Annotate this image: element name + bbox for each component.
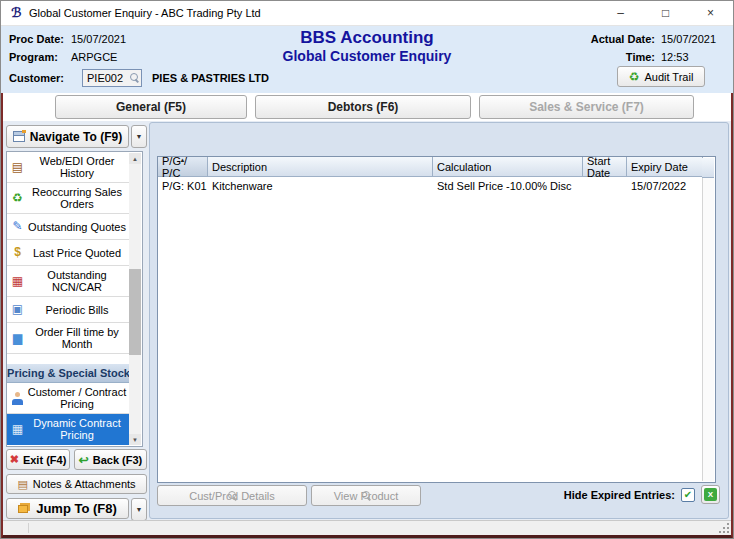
jump-to-dropdown-button[interactable]: ▼ (131, 498, 147, 521)
scroll-down-icon[interactable]: ▼ (129, 434, 141, 445)
table-header-row: P/G / P/C▲DescriptionCalculationStart Da… (158, 157, 715, 177)
nav-spacer (7, 354, 130, 364)
sidebar-item-label: Reoccurring Sales Orders (26, 184, 128, 212)
hide-expired-label: Hide Expired Entries: (564, 489, 675, 501)
title-bar: ℬ Global Customer Enquiry - ABC Trading … (1, 1, 733, 25)
hide-expired-checkbox[interactable]: ✔ (681, 488, 695, 502)
jump-to-button[interactable]: Jump To (F8) (6, 498, 129, 519)
calc-icon: ▦ (9, 423, 26, 436)
column-header-calculation[interactable]: Calculation (433, 157, 583, 177)
jump-to-label: Jump To (F8) (36, 501, 117, 516)
close-button[interactable]: × (688, 1, 733, 25)
audit-trail-button[interactable]: ♻ Audit Trail (617, 66, 705, 87)
navigate-to-label: Navigate To (F9) (30, 130, 122, 144)
time-value: 12:53 (661, 48, 723, 66)
customer-name: PIES & PASTRIES LTD (152, 72, 269, 84)
time-label: Time: (626, 48, 655, 66)
recycle2-icon: ♻ (9, 192, 26, 205)
maximize-button[interactable]: □ (643, 1, 688, 25)
notes-label: Notes & Attachments (33, 478, 136, 490)
chart-icon: ▆ (9, 332, 26, 345)
header: Proc Date: 15/07/2021 Program: ARPGCE BB… (1, 25, 733, 93)
sidebar-scrollbar[interactable]: ▲ ▼ (129, 153, 141, 445)
status-bar (3, 520, 731, 535)
back-arrow-icon: ↩ (79, 453, 89, 467)
resize-grip-icon[interactable] (719, 523, 729, 533)
status-divider (28, 523, 29, 533)
scrollbar-thumb[interactable] (129, 269, 141, 355)
view-product-button: View Product (311, 485, 421, 506)
column-header-start-date[interactable]: Start Date (583, 157, 627, 177)
bills-icon: ▣ (9, 303, 26, 316)
search-icon[interactable] (130, 73, 139, 82)
sidebar-item-label: Customer / Contract Pricing (26, 384, 128, 412)
nav-section-pricing-special-stock: Pricing & Special Stock (7, 364, 130, 383)
tabs-row: General (F5)Debtors (F6)Sales & Service … (3, 93, 731, 121)
tab-debtors-f6[interactable]: Debtors (F6) (255, 95, 471, 119)
export-excel-button[interactable]: X (701, 485, 720, 504)
pricing-table: P/G / P/C▲DescriptionCalculationStart Da… (157, 156, 716, 483)
folders-icon (18, 505, 28, 513)
recycle-icon: ♻ (629, 71, 640, 83)
sidebar-item-web-edi-order-history[interactable]: ▤Web/EDI Order History (7, 152, 130, 183)
clipboard-icon: ▤ (17, 478, 27, 491)
exit-button[interactable]: ✖ Exit (F4) (6, 449, 70, 470)
sidebar-item-label: Periodic Bills (26, 302, 128, 318)
table-cell (583, 177, 627, 194)
column-header-expiry-date[interactable]: Expiry Date (627, 157, 703, 177)
tab-general-f5[interactable]: General (F5) (55, 95, 247, 119)
excel-icon: X (704, 488, 717, 501)
customer-label: Customer: (9, 72, 64, 84)
sidebar-item-label: Outstanding NCN/CAR (26, 267, 128, 295)
sidebar-item-last-price-quoted[interactable]: $Last Price Quoted (7, 240, 130, 266)
sidebar-item-label: Outstanding Quotes (26, 219, 128, 235)
back-label: Back (F3) (93, 454, 143, 466)
sidebar: Navigate To (F9) ▼ ▤Web/EDI Order Histor… (4, 121, 148, 520)
sidebar-item-outstanding-ncn-car[interactable]: ▦Outstanding NCN/CAR (7, 266, 130, 297)
app-icon: ℬ (9, 6, 23, 20)
exit-label: Exit (F4) (23, 454, 66, 466)
person-card-icon (9, 392, 26, 405)
book-icon: ▤ (9, 161, 26, 174)
notes-attachments-button[interactable]: ▤ Notes & Attachments (6, 474, 147, 494)
sidebar-item-label: Order Fill time by Month (26, 324, 128, 352)
navigation-list: ▤Web/EDI Order History♻Reoccurring Sales… (6, 151, 143, 447)
main-panel: P/G / P/C▲DescriptionCalculationStart Da… (149, 122, 729, 519)
sidebar-item-order-fill-time-by-month[interactable]: ▆Order Fill time by Month (7, 323, 130, 354)
table-header-end (702, 158, 714, 178)
magnifier-icon (228, 491, 237, 500)
actual-date-label: Actual Date: (591, 30, 655, 48)
sidebar-item-favourite-products[interactable]: ★Favourite Products (7, 445, 130, 447)
sidebar-item-label: Dynamic Contract Pricing (26, 415, 128, 443)
sidebar-item-label: Last Price Quoted (26, 245, 128, 261)
column-header-p-g-p-c[interactable]: P/G / P/C▲ (158, 157, 208, 177)
sidebar-item-reoccurring-sales-orders[interactable]: ♻Reoccurring Sales Orders (7, 183, 130, 214)
table-scrollbar[interactable] (702, 178, 714, 481)
sidebar-item-outstanding-quotes[interactable]: ✎Outstanding Quotes (7, 214, 130, 240)
table-row[interactable]: P/G: K01KitchenwareStd Sell Price -10.00… (158, 177, 715, 194)
coins-icon: $ (9, 246, 26, 259)
sidebar-item-customer-contract-pricing[interactable]: Customer / Contract Pricing (7, 383, 130, 414)
minimize-button[interactable]: – (598, 1, 643, 25)
window-icon (13, 131, 25, 142)
scroll-up-icon[interactable]: ▲ (129, 153, 141, 164)
sort-ascending-icon: ▲ (180, 157, 186, 163)
table-cell: Kitchenware (208, 177, 433, 194)
actual-date-value: 15/07/2021 (661, 30, 723, 48)
window-title: Global Customer Enquiry - ABC Trading Pt… (29, 7, 261, 19)
column-header-description[interactable]: Description (208, 157, 433, 177)
navigate-to-button[interactable]: Navigate To (F9) (6, 125, 129, 148)
sidebar-item-dynamic-contract-pricing[interactable]: ▦Dynamic Contract Pricing (7, 414, 130, 445)
navigate-to-dropdown-button[interactable]: ▼ (131, 125, 147, 148)
back-button[interactable]: ↩ Back (F3) (74, 449, 147, 470)
table-cell: Std Sell Price -10.00% Disc (433, 177, 583, 194)
table-cell: P/G: K01 (158, 177, 208, 194)
close-x-icon: ✖ (10, 453, 19, 466)
sidebar-item-periodic-bills[interactable]: ▣Periodic Bills (7, 297, 130, 323)
app-window: ℬ Global Customer Enquiry - ABC Trading … (0, 0, 734, 539)
audit-trail-label: Audit Trail (644, 71, 693, 83)
tab-sales-service-f7: Sales & Service (F7) (479, 95, 694, 119)
table-cell: 15/07/2022 (627, 177, 703, 194)
cust-prod-details-button: Cust/Prod Details (157, 485, 307, 506)
magnifier-icon (362, 491, 371, 500)
